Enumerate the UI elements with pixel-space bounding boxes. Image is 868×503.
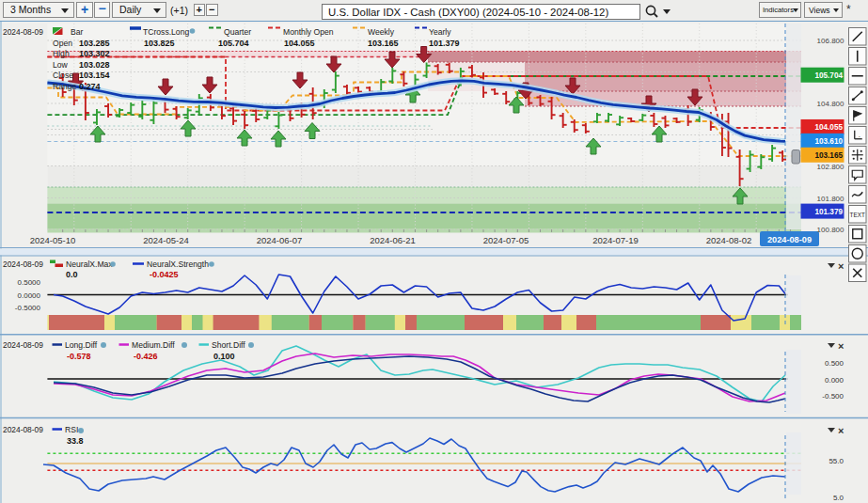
svg-text:Weekly: Weekly [368,27,395,37]
svg-text:NeuralX.Strength: NeuralX.Strength [147,259,209,269]
svg-text:2024-08-09: 2024-08-09 [3,425,43,434]
svg-text:103.165: 103.165 [368,39,399,48]
svg-text:105.704: 105.704 [814,71,843,80]
svg-text:Yearly: Yearly [429,27,451,37]
svg-text:101.379: 101.379 [814,208,843,216]
svg-text:104.055: 104.055 [814,123,843,132]
svg-text:103.610: 103.610 [814,137,843,146]
svg-text:2024-06-07: 2024-06-07 [257,235,303,245]
svg-text:101.379: 101.379 [429,39,460,48]
svg-text:2024-07-19: 2024-07-19 [592,235,639,245]
svg-text:Close: Close [53,71,73,80]
svg-text:5.0: 5.0 [833,494,844,502]
svg-text:104.055: 104.055 [284,39,315,48]
svg-text:101.800: 101.800 [817,195,844,203]
svg-text:Medium.Diff: Medium.Diff [132,340,175,350]
svg-text:0.5000: 0.5000 [18,278,41,287]
svg-text:-0.0425: -0.0425 [150,270,179,279]
svg-text:×: × [838,260,844,272]
svg-text:103.028: 103.028 [79,60,110,70]
svg-text:NeuralX.Max: NeuralX.Max [66,259,113,269]
svg-text:0.0000: 0.0000 [18,291,41,300]
svg-text:2024-05-24: 2024-05-24 [143,235,189,245]
svg-text:2024-08-09: 2024-08-09 [3,340,43,350]
svg-text:-0.5000: -0.5000 [15,304,41,312]
svg-text:2024-06-21: 2024-06-21 [370,235,416,245]
svg-text:102.800: 102.800 [817,163,844,171]
svg-text:2024-08-02: 2024-08-02 [706,235,752,245]
svg-text:Bar: Bar [71,27,84,37]
svg-text:103.165: 103.165 [814,151,843,160]
svg-text:0.100: 0.100 [213,352,235,361]
svg-text:TCross.Long: TCross.Long [143,27,189,37]
svg-text:×: × [838,425,844,436]
svg-text:55.0: 55.0 [829,457,844,465]
svg-text:-0.500: -0.500 [822,392,844,401]
svg-text:33.8: 33.8 [67,436,84,446]
svg-text:103.302: 103.302 [79,49,110,58]
svg-text:0.0: 0.0 [66,270,78,279]
svg-text:Range: Range [53,82,77,91]
svg-text:-0.426: -0.426 [134,352,158,361]
svg-text:100.800: 100.800 [817,226,844,234]
svg-text:0.500: 0.500 [825,359,844,368]
svg-text:0.000: 0.000 [825,376,844,385]
svg-text:2024-08-09: 2024-08-09 [3,27,43,37]
svg-text:High: High [53,49,70,58]
svg-text:.: . [859,131,860,139]
svg-text:2024-07-05: 2024-07-05 [483,235,529,245]
svg-text:0.274: 0.274 [79,82,101,91]
svg-text:2024-08-09: 2024-08-09 [3,259,43,269]
svg-text:-0.578: -0.578 [67,352,91,361]
svg-text:Short.Diff: Short.Diff [212,340,245,350]
svg-text:106.800: 106.800 [817,37,844,45]
svg-text:Open: Open [53,39,72,48]
svg-text:Quarter: Quarter [224,27,251,37]
svg-text:TEXT: TEXT [850,212,865,218]
svg-text:RSI: RSI [65,425,78,434]
svg-text:103.154: 103.154 [79,71,110,80]
svg-text:103.825: 103.825 [144,39,175,48]
svg-text:Long.Diff: Long.Diff [65,340,98,350]
svg-text:104.800: 104.800 [817,100,844,108]
svg-text:×: × [838,340,844,352]
svg-text:Monthly Open: Monthly Open [283,27,334,37]
svg-text:2024-08-09: 2024-08-09 [767,235,812,244]
svg-text:105.704: 105.704 [218,39,249,48]
svg-text:Low: Low [53,60,69,70]
svg-text:103.285: 103.285 [79,39,110,48]
svg-text:2024-05-10: 2024-05-10 [30,235,76,245]
